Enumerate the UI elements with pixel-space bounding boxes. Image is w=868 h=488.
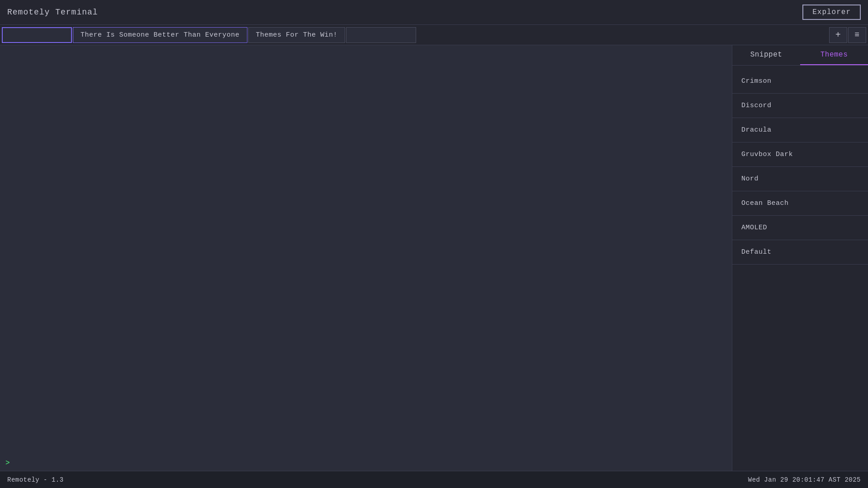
tab-bar: There Is Someone Better Than Everyone Th… [0,25,868,45]
tab-empty-second[interactable] [346,27,416,43]
tab-add-button[interactable]: + [829,27,847,43]
tab-2[interactable]: Themes For The Win! [248,27,346,43]
theme-item[interactable]: Ocean Beach [732,191,868,216]
theme-item[interactable]: Default [732,240,868,265]
explorer-button[interactable]: Explorer [802,5,861,20]
tab-empty-first[interactable] [2,27,72,43]
panel-tabs: Snippet Themes [732,45,868,66]
tab-1[interactable]: There Is Someone Better Than Everyone [73,27,247,43]
title-bar: Remotely Terminal Explorer [0,0,868,25]
theme-item[interactable]: AMOLED [732,216,868,240]
status-bar: Remotely - 1.3 Wed Jan 29 20:01:47 AST 2… [0,471,868,488]
themes-list: CrimsonDiscordDraculaGruvbox DarkNordOce… [732,66,868,471]
theme-item[interactable]: Discord [732,94,868,118]
right-panel: Snippet Themes CrimsonDiscordDraculaGruv… [732,45,868,471]
terminal-prompt: > [5,459,10,467]
terminal-area[interactable]: > [0,45,732,471]
theme-item[interactable]: Dracula [732,118,868,142]
tab-spacer [417,27,828,43]
theme-item[interactable]: Crimson [732,69,868,94]
tab-menu-button[interactable]: ≡ [848,27,866,43]
theme-item[interactable]: Gruvbox Dark [732,142,868,167]
theme-item[interactable]: Nord [732,167,868,191]
snippet-tab[interactable]: Snippet [732,45,800,65]
themes-tab[interactable]: Themes [800,45,868,65]
main-content: > Snippet Themes CrimsonDiscordDraculaGr… [0,45,868,471]
status-right: Wed Jan 29 20:01:47 AST 2025 [748,476,861,483]
status-left: Remotely - 1.3 [7,476,64,483]
app-title: Remotely Terminal [7,8,98,17]
